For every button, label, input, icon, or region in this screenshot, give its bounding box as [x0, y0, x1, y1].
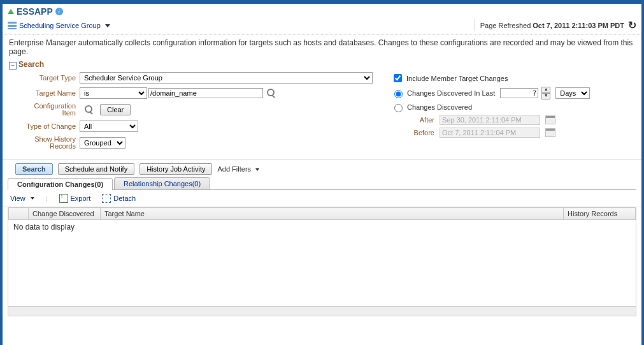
add-filters-menu[interactable]: Add Filters [217, 165, 259, 173]
breadcrumb-menu[interactable]: Scheduling Service Group [19, 22, 110, 29]
history-button[interactable]: History Job Activity [140, 163, 212, 175]
show-history-select[interactable]: Grouped [80, 137, 125, 149]
schedule-button[interactable]: Schedule and Notify [58, 163, 134, 175]
export-button[interactable]: Export [59, 194, 91, 203]
no-data-message: No data to display [8, 220, 636, 234]
after-value: Sep 30, 2011 2:11:04 PM [440, 115, 540, 125]
show-history-label: Show History Records [22, 136, 80, 150]
status-up-icon [8, 9, 14, 14]
tab-config-changes[interactable]: Configuration Changes(0) [8, 178, 113, 190]
discovered-last-value[interactable] [500, 88, 538, 98]
target-name-input[interactable] [148, 88, 263, 98]
search-button[interactable]: Search [15, 163, 53, 175]
discovered-last-unit[interactable]: Days [555, 87, 590, 99]
refresh-icon[interactable]: ↻ [628, 19, 636, 31]
search-title: Search [18, 60, 44, 69]
results-table: Change Discovered Target Name History Re… [8, 207, 636, 220]
type-of-change-label: Type of Change [22, 123, 80, 130]
export-label: Export [71, 195, 91, 202]
grid-footer [8, 306, 636, 316]
include-member-checkbox[interactable] [394, 74, 402, 82]
chevron-down-icon [31, 197, 34, 200]
view-menu[interactable]: View [10, 195, 34, 202]
col-target-name[interactable]: Target Name [101, 208, 564, 220]
app-title: ESSAPP [17, 6, 53, 17]
detach-label: Detach [113, 195, 136, 202]
detach-button[interactable]: Detach [102, 194, 136, 203]
discovered-last-radio[interactable] [394, 90, 403, 98]
discovered-last-label: Changes Discovered In Last [407, 89, 495, 97]
step-up-icon[interactable]: ▲ [541, 87, 550, 93]
detach-icon [102, 194, 111, 203]
table-header-row: Change Discovered Target Name History Re… [9, 208, 636, 220]
chevron-down-icon [255, 168, 259, 171]
export-icon [59, 194, 68, 203]
view-label: View [10, 195, 25, 202]
discovered-radio[interactable] [394, 104, 403, 112]
stepper[interactable]: ▲▼ [541, 87, 550, 99]
add-filters-label: Add Filters [217, 165, 251, 173]
clear-button[interactable]: Clear [100, 104, 131, 115]
step-down-icon[interactable]: ▼ [541, 93, 550, 99]
config-item-search-icon[interactable] [85, 105, 94, 114]
info-icon[interactable]: i [55, 8, 63, 15]
target-type-label: Target Type [22, 74, 80, 82]
page-refreshed-time: Oct 7, 2011 2:11:03 PM PDT [533, 22, 624, 29]
calendar-icon[interactable] [545, 115, 555, 124]
group-icon [8, 22, 17, 29]
target-type-select[interactable]: Scheduler Service Group [80, 72, 373, 84]
include-member-label: Include Member Target Changes [406, 75, 508, 82]
before-value: Oct 7, 2011 2:11:04 PM [440, 128, 540, 138]
page-refreshed-label: Page Refreshed [480, 22, 531, 29]
after-label: After [406, 116, 434, 124]
config-item-label: Configuration Item [22, 103, 80, 117]
intro-text: Enterprise Manager automatically collect… [3, 34, 641, 60]
type-of-change-select[interactable]: All [80, 121, 138, 132]
tab-relationship-changes[interactable]: Relationship Changes(0) [114, 177, 210, 189]
breadcrumb-label: Scheduling Service Group [19, 22, 101, 29]
col-selector[interactable] [9, 208, 29, 220]
collapse-icon[interactable]: – [9, 62, 17, 70]
col-change-discovered[interactable]: Change Discovered [29, 208, 101, 220]
col-history-records[interactable]: History Records [564, 208, 636, 220]
calendar-icon[interactable] [545, 128, 555, 137]
chevron-down-icon [105, 24, 110, 27]
target-name-op-select[interactable]: is [80, 87, 147, 99]
discovered-label: Changes Discovered [407, 103, 472, 111]
before-label: Before [406, 129, 434, 136]
target-name-label: Target Name [22, 89, 80, 97]
search-icon[interactable] [267, 89, 276, 98]
